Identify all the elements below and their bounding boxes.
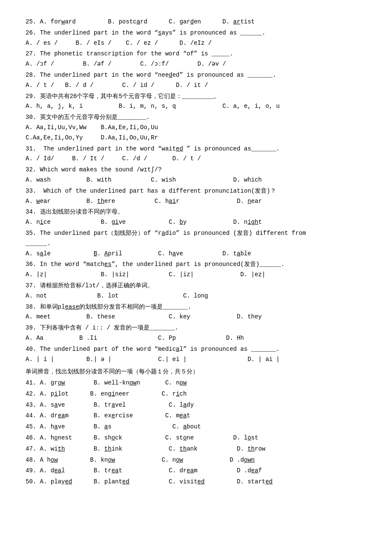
question-39: 39. 下列各项中含有 / iː: / 发音的一项是_______. A. Aa…: [26, 323, 366, 344]
q39-text: 39. 下列各项中含有 / iː: / 发音的一项是_______.: [26, 323, 366, 333]
q26-text: 26. The underlined part in the word “say…: [26, 28, 366, 38]
question-34: 34. 选出划线部分读音不同的字母。 A. nice B. give C. by…: [26, 207, 366, 228]
q38-text: 38. 和单词please的划线部分发音不相同的一项是_______.: [26, 302, 366, 312]
q33-options: A. wear B. there C. hair D. near: [26, 197, 366, 207]
question-33: 33. Which of the underlined part has a d…: [26, 186, 366, 207]
question-50: 50. A. played B. planted C. visited D. s…: [26, 477, 366, 487]
q35-options: A. sale B. April C. have D. table: [26, 249, 366, 259]
q25-text: 25. A. forward B. postcard C. garden D. …: [26, 17, 366, 27]
q26-options: A. / es / B. / eIs / C. / ez / D. /eIz /: [26, 38, 366, 49]
question-49: 49. A. deal B. treat C. dream D .deaf: [26, 466, 366, 476]
q44-text: 44. A. dream B. exercise C. meat: [26, 411, 366, 421]
question-41: 41. A. grow B. well-known C. now: [26, 378, 366, 388]
q34-text: 34. 选出划线部分读音不同的字母。: [26, 207, 366, 217]
q29-text: 29. 英语中共有26个字母，其中有5个元音字母，它们是：_________。: [26, 92, 366, 102]
q34-options: A. nice B. give C. by D. night: [26, 217, 366, 228]
q29-options: A. h, a, j, k, i B. i, m, n, s, q C. a, …: [26, 101, 366, 112]
question-48: 48. A how B. know C. now D .down: [26, 455, 366, 465]
q48-text: 48. A how B. know C. now D .down: [26, 455, 366, 465]
q28-options: A. / t / B. / d / C. / id / D. / it /: [26, 81, 366, 91]
q35-cont: ______.: [26, 239, 366, 249]
question-45: 45. A. have B. as C. about: [26, 422, 366, 432]
q40-text: 40. The underlined part of the word “med…: [26, 344, 366, 355]
question-36: 36. In the word “matches”, the underline…: [26, 260, 366, 280]
question-32: 32. Which word makes the sound /wɪtʃ/? A…: [26, 165, 366, 185]
q36-text: 36. In the word “matches”, the underline…: [26, 260, 366, 270]
question-43: 43. A. save B. travel C. lady: [26, 400, 366, 410]
question-38: 38. 和单词please的划线部分发音不相同的一项是_______. A. m…: [26, 302, 366, 323]
q38-options: A. meet B. these C. key D. they: [26, 312, 366, 322]
q46-text: 46. A. honest B. shock C. stone D. lost: [26, 433, 366, 443]
q32-options: A. wash B. with C. wish D. which: [26, 175, 366, 185]
q33-text: 33. Which of the underlined part has a d…: [26, 186, 366, 197]
question-27: 27. The phonetic transcription for the w…: [26, 49, 366, 69]
question-44: 44. A. dream B. exercise C. meat: [26, 411, 366, 421]
q27-text: 27. The phonetic transcription for the w…: [26, 49, 366, 59]
question-47: 47. A. with B. think C. thank D. throw: [26, 444, 366, 454]
question-35: 35. The underlined part（划线部分）of “radio” …: [26, 228, 366, 259]
question-46: 46. A. honest B. shock C. stone D. lost: [26, 433, 366, 443]
q49-text: 49. A. deal B. treat C. dream D .deaf: [26, 466, 366, 476]
q40-options: A. | i | B.| ə | C.| ei | D. | ai |: [26, 355, 366, 365]
question-37: 37. 请根据所给音标/lɔt/，选择正确的单词。 A. not B. lot …: [26, 281, 366, 301]
q45-text: 45. A. have B. as C. about: [26, 422, 366, 432]
q31-text: 31. The underlined part in the word “wai…: [26, 144, 366, 154]
q30-options-2: C.Aa,Ee,Ii,Oo,Yy D.Aa,Ii,Oo,Uu,Rr: [26, 133, 366, 143]
q36-options: A. |z| B. |siz| C. |iz| D. |ez|: [26, 270, 366, 280]
q39-options: A. Aa B .Ii C. Pp D. Hh: [26, 333, 366, 344]
exam-content: 25. A. forward B. postcard C. garden D. …: [26, 17, 366, 487]
question-42: 42. A. pilot B. engineer C. rich: [26, 389, 366, 399]
q41-text: 41. A. grow B. well-known C. now: [26, 378, 366, 388]
question-25: 25. A. forward B. postcard C. garden D. …: [26, 17, 366, 27]
q37-text: 37. 请根据所给音标/lɔt/，选择正确的单词。: [26, 281, 366, 291]
q42-text: 42. A. pilot B. engineer C. rich: [26, 389, 366, 399]
q37-options: A. not B. lot C. long: [26, 291, 366, 301]
question-26: 26. The underlined part in the word “say…: [26, 28, 366, 49]
section-header: 单词辨音，找出划线部分读音不同的一项（每小题１分，共５分）: [26, 367, 366, 377]
question-29: 29. 英语中共有26个字母，其中有5个元音字母，它们是：_________。 …: [26, 92, 366, 112]
q50-text: 50. A. played B. planted C. visited D. s…: [26, 477, 366, 487]
question-30: 30. 英文中的五个元音字母分别是________. A. Aa,Ii,Uu,V…: [26, 113, 366, 143]
question-31: 31. The underlined part in the word “wai…: [26, 144, 366, 165]
q27-options: A. /ɔf / B. /əf / C. /ɔːf/ D. /əv /: [26, 59, 366, 69]
question-28: 28. The underlined part in the word “nee…: [26, 70, 366, 91]
q47-text: 47. A. with B. think C. thank D. throw: [26, 444, 366, 454]
q30-text: 30. 英文中的五个元音字母分别是________.: [26, 113, 366, 123]
section-title: 单词辨音，找出划线部分读音不同的一项（每小题１分，共５分）: [26, 367, 366, 377]
q43-text: 43. A. save B. travel C. lady: [26, 400, 366, 410]
q28-text: 28. The underlined part in the word “nee…: [26, 70, 366, 81]
q30-options-1: A. Aa,Ii,Uu,Vv,Ww B.Aa,Ee,Ii,Oo,Uu: [26, 123, 366, 133]
q32-text: 32. Which word makes the sound /wɪtʃ/?: [26, 165, 366, 175]
question-40: 40. The underlined part of the word “med…: [26, 344, 366, 365]
q31-options: A. / Id/ B. / It / C. /d / D. / t /: [26, 154, 366, 164]
q35-text: 35. The underlined part（划线部分）of “radio” …: [26, 228, 366, 239]
